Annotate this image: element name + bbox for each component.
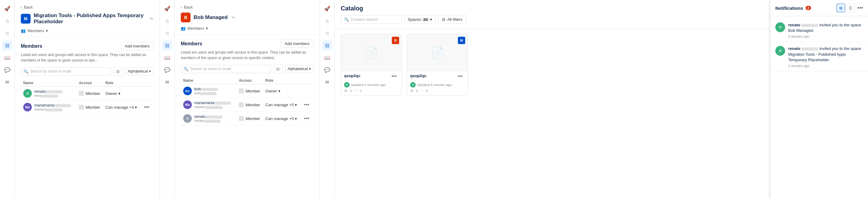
access-icon (239, 88, 244, 93)
panel2-filter-button[interactable]: ⊟ (273, 64, 283, 74)
member-more-button[interactable]: ••• (302, 101, 311, 108)
panel-migration-tools: ‹ Back M Migration Tools - Published App… (15, 0, 160, 199)
panel1-col-actions (140, 80, 154, 87)
sidebar2-icon-star[interactable]: ☆ (162, 28, 172, 38)
panel1-edit-icon[interactable]: ✏ (150, 16, 154, 21)
catalog-card-updated: Updated 4 minutes ago (417, 83, 452, 87)
panel1-members-table: Name Access Role rl renato rena Member (21, 80, 154, 114)
sidebar2-icon-book[interactable]: 📖 (162, 53, 172, 62)
sidebar-icon-chat[interactable]: 💬 (2, 65, 12, 75)
panel2-header: ‹ Back B Bob Managed ✏ 👥 Members ▾ (175, 0, 320, 35)
sidebar2-icon-rocket[interactable]: 🚀 (162, 4, 172, 13)
panel2-section-title: Members (181, 41, 202, 47)
notification-item[interactable]: rl renato invited you to the space Bob M… (770, 19, 868, 42)
sidebar-icon-star[interactable]: ☆ (2, 28, 12, 38)
member-avatar: bo (183, 87, 192, 95)
catalog-card-wrapper: 📄 M qsop2qc ••• rl Updated 4 minutes ago… (407, 34, 468, 194)
catalog-card-title: qsop2qc (410, 74, 426, 78)
panel1-space-icon: M (21, 14, 31, 24)
panel1-add-members-button[interactable]: Add members (121, 42, 154, 50)
catalog-card-title: qsop2qc (344, 74, 360, 78)
catalog-sidebar-icon-email[interactable]: ✉ (322, 77, 332, 87)
panel2-col-actions (300, 77, 313, 84)
sidebar-icon-book[interactable]: 📖 (2, 53, 12, 62)
catalog-card-badge: B (392, 37, 399, 44)
card-likes-icon: ♡ (420, 89, 423, 93)
member-sub: bob (194, 91, 218, 95)
catalog-card-updated: Updated 4 minutes ago (351, 83, 386, 87)
sidebar2-icon-home[interactable]: ⌂ (162, 16, 172, 26)
role-dropdown[interactable]: Owner ▾ (105, 91, 137, 96)
member-sub: mariam (194, 105, 231, 109)
notification-item[interactable]: rl renato invited you to the space Migra… (770, 42, 868, 72)
panel1-sort-label: Alphabetical (128, 69, 148, 74)
notif-content: renato invited you to the space Migratio… (788, 46, 863, 68)
sidebar2-icon-email[interactable]: ✉ (162, 77, 172, 87)
catalog-sidebar-icon-spaces[interactable]: ⊟ (322, 40, 332, 50)
panel1-space-letter: M (24, 16, 28, 21)
notifications-more-button[interactable]: ••• (857, 5, 863, 11)
panel1-section-header: Members Add members (21, 42, 154, 50)
panel2-col-access: Access (237, 77, 263, 84)
catalog-card-meta: rl Updated 4 minutes ago (410, 82, 465, 88)
member-info: Ma mariamaria mariam (23, 103, 74, 111)
catalog-filters-button[interactable]: ⊟ All filters (438, 15, 466, 24)
sidebar: 🚀 ⌂ ☆ ⊟ 📖 💬 ✉ (0, 0, 15, 199)
member-avatar: Ma (23, 103, 32, 111)
catalog-sidebar-icon-chat[interactable]: 💬 (322, 65, 332, 75)
notif-grid-view-button[interactable]: ⊞ (837, 4, 845, 12)
role-dropdown[interactable]: Owner ▾ (266, 89, 298, 93)
panel2-search-input[interactable] (190, 67, 268, 71)
access-cell: Member (239, 102, 260, 107)
sidebar2-icon-chat[interactable]: 💬 (162, 65, 172, 75)
panel1-filter-button[interactable]: ⊟ (114, 67, 123, 76)
catalog-card-footer: rl Updated 4 minutes ago 👁 0 ♡ 0 (407, 80, 468, 95)
panel2-edit-icon[interactable]: ✏ (232, 15, 236, 20)
member-more-button[interactable]: ••• (142, 104, 151, 111)
panel1-search-input[interactable] (30, 69, 108, 74)
panel1-members-tab[interactable]: 👥 Members ▾ (21, 27, 154, 34)
panel2-add-members-button[interactable]: Add members (281, 39, 313, 48)
panel2-back-link[interactable]: ‹ Back (181, 5, 313, 9)
panel1-tab-chevron: ▾ (46, 28, 48, 33)
notif-list-view-button[interactable]: ☰ (846, 4, 855, 12)
member-name: mariamaria (34, 103, 71, 108)
panel2-members-tab[interactable]: 👥 Members ▾ (181, 25, 313, 32)
card-views-count: 0 (416, 89, 418, 93)
catalog-card-more-button[interactable]: ••• (390, 73, 399, 80)
member-more-button[interactable]: ••• (302, 115, 311, 122)
notif-redacted (801, 48, 818, 51)
catalog-card-more-button[interactable]: ••• (456, 73, 465, 80)
member-name: mariamaria (194, 101, 231, 105)
panel1-sort-dropdown[interactable]: Alphabetical ▾ (125, 67, 154, 75)
role-dropdown[interactable]: Can manage +5 ▾ (266, 116, 298, 121)
role-dropdown[interactable]: Can manage +4 ▾ (105, 105, 137, 110)
catalog-sidebar-icon-home[interactable]: ⌂ (322, 16, 332, 26)
panel2-sort-dropdown[interactable]: Alphabetical ▾ (285, 65, 313, 73)
catalog-card-badge: M (458, 37, 465, 44)
panel2-tab-chevron: ▾ (206, 26, 208, 31)
access-cell: Member (239, 116, 260, 121)
sidebar-icon-rocket[interactable]: 🚀 (2, 4, 12, 13)
panel2-space-letter: B (184, 15, 187, 20)
role-label: Can manage +5 (266, 116, 294, 121)
card-avatar: rl (410, 82, 416, 88)
panel1-space-name: Migration Tools - Published Apps Tempora… (34, 12, 146, 25)
panel1-col-name: Name (21, 80, 76, 87)
catalog-spaces-button[interactable]: Spaces All ▾ (404, 15, 436, 24)
sidebar-icon-home[interactable]: ⌂ (2, 16, 12, 26)
notif-avatar: rl (775, 46, 785, 56)
catalog-sidebar-icon-book[interactable]: 📖 (322, 53, 332, 62)
catalog-search-input[interactable] (351, 17, 402, 22)
panel1-back-link[interactable]: ‹ Back (21, 5, 154, 9)
catalog-sidebar-icon-star[interactable]: ☆ (322, 28, 332, 38)
member-avatar: rl (183, 114, 192, 123)
catalog-sidebar-icon-rocket[interactable]: 🚀 (322, 4, 332, 13)
sidebar2-icon-spaces[interactable]: ⊟ (162, 40, 172, 50)
sidebar-icon-email[interactable]: ✉ (2, 77, 12, 87)
role-dropdown[interactable]: Can manage +5 ▾ (266, 103, 298, 107)
notifications-body: rl renato invited you to the space Bob M… (770, 16, 868, 199)
catalog-search-icon: 🔍 (344, 17, 349, 22)
sidebar-icon-spaces[interactable]: ⊟ (2, 40, 12, 50)
catalog-sidebar: 🚀 ⌂ ☆ ⊟ 📖 💬 ✉ (320, 0, 335, 199)
